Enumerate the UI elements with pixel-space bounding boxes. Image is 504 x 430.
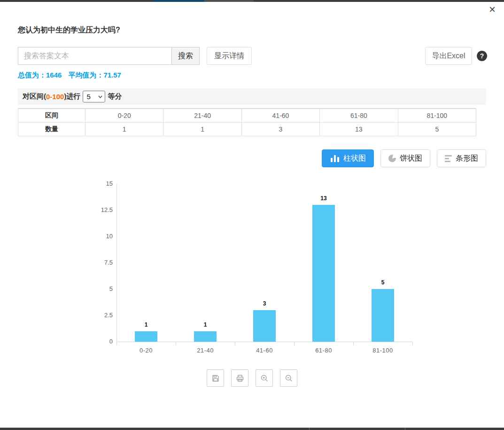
- bottom-edge-separator: [405, 428, 405, 430]
- pie-chart-icon: [388, 155, 396, 162]
- bar-value-label: 1: [176, 321, 235, 328]
- interval-text-prefix: 对区间(: [23, 92, 46, 101]
- close-icon[interactable]: ×: [486, 3, 498, 16]
- count-row: 数量 113135: [18, 123, 476, 136]
- y-tick-label: 7.5: [89, 259, 113, 266]
- top-edge-segment: [153, 0, 204, 2]
- bar: [135, 331, 157, 342]
- x-category-label: 21-40: [176, 347, 235, 354]
- save-button[interactable]: [207, 369, 224, 387]
- bar-value-label: 13: [294, 195, 353, 202]
- y-tick-label: 12.5: [89, 206, 113, 213]
- total-value: 1646: [46, 71, 62, 79]
- chart-type-label: 饼状图: [400, 154, 422, 164]
- x-category-label: 41-60: [235, 347, 294, 354]
- count-cell: 13: [320, 123, 398, 136]
- pie-chart-button[interactable]: 饼状图: [380, 149, 430, 167]
- x-tick-mark: [176, 342, 176, 345]
- x-tick-mark: [294, 342, 295, 345]
- zoom-out-button[interactable]: [280, 369, 297, 387]
- save-icon: [211, 374, 220, 383]
- chart-type-switcher: 柱状图饼状图条形图: [322, 149, 486, 167]
- zoom-in-icon: [260, 374, 269, 383]
- y-tick-label: 0: [89, 338, 113, 345]
- count-cell: 5: [398, 123, 476, 136]
- bar: [372, 289, 394, 342]
- count-row-header: 数量: [18, 123, 85, 136]
- bar-value-label: 3: [235, 300, 294, 307]
- interval-row: 区间 0-2021-4041-6061-8081-100: [18, 109, 476, 123]
- print-button[interactable]: [231, 369, 248, 387]
- average-label: 平均值为：: [68, 71, 103, 79]
- x-axis-line: [116, 342, 413, 342]
- count-cell: 1: [85, 123, 163, 136]
- export-excel-button[interactable]: 导出Excel: [425, 47, 472, 65]
- zoom-in-button[interactable]: [256, 369, 273, 387]
- interval-row-header: 区间: [18, 109, 85, 123]
- y-tick-label: 10: [89, 233, 113, 240]
- x-category-label: 61-80: [294, 347, 353, 354]
- distribution-table: 区间 0-2021-4041-6061-8081-100 数量 113135: [18, 108, 476, 136]
- interval-cell: 41-60: [241, 109, 319, 123]
- interval-cell: 0-20: [85, 109, 163, 123]
- y-tick-label: 15: [89, 180, 113, 187]
- window-top-edge: [0, 0, 504, 2]
- bar: [312, 205, 335, 342]
- chart-toolbar: [0, 369, 504, 387]
- question-title: 您认为初中生的学业压力大吗?: [18, 25, 120, 35]
- count-cell: 1: [163, 123, 241, 136]
- window-bottom-edge: [0, 428, 504, 430]
- interval-cell: 61-80: [320, 109, 398, 123]
- bar: [194, 331, 217, 342]
- x-category-label: 0-20: [116, 347, 176, 354]
- search-input[interactable]: [18, 47, 172, 65]
- x-tick-mark: [353, 342, 354, 345]
- x-tick-mark: [412, 342, 413, 345]
- chart-type-label: 柱状图: [343, 154, 366, 164]
- help-icon[interactable]: ?: [477, 51, 487, 61]
- interval-text-suffix: 等分: [108, 92, 122, 101]
- total-label: 总值为：: [18, 71, 46, 79]
- answer-stats-modal: × 您认为初中生的学业压力大吗? 搜索 显示详情 导出Excel ? 总值为：1…: [0, 0, 504, 430]
- bar-value-label: 5: [353, 279, 412, 286]
- top-edge-segment: [204, 0, 254, 2]
- hbar-chart-icon: [445, 155, 452, 162]
- show-details-button[interactable]: 显示详情: [207, 47, 252, 65]
- interval-cell: 21-40: [163, 109, 241, 123]
- x-tick-mark: [116, 342, 117, 345]
- x-tick-mark: [235, 342, 235, 345]
- bottom-edge-separator: [309, 428, 310, 430]
- chevron-down-icon: [98, 95, 102, 98]
- interval-settings-bar: 对区间(0-100)进行 5 等分: [18, 88, 486, 105]
- chart-type-label: 条形图: [456, 154, 478, 164]
- bar-chart-button[interactable]: 柱状图: [322, 149, 374, 167]
- average-value: 71.57: [103, 71, 121, 79]
- count-cell: 3: [241, 123, 319, 136]
- bar: [253, 310, 276, 342]
- y-tick-label: 2.5: [89, 312, 113, 319]
- summary-stats: 总值为：1646平均值为：71.57: [18, 71, 121, 80]
- interval-cell: 81-100: [398, 109, 476, 123]
- equal-parts-value: 5: [86, 93, 90, 101]
- hbar-chart-button[interactable]: 条形图: [437, 149, 486, 167]
- bar-chart-icon: [330, 155, 340, 162]
- interval-text-middle: )进行: [64, 92, 80, 101]
- print-icon: [235, 374, 245, 383]
- zoom-out-icon: [284, 374, 294, 383]
- search-button[interactable]: 搜索: [171, 47, 200, 65]
- y-axis-line: [116, 184, 117, 342]
- bar-value-label: 1: [116, 321, 176, 328]
- y-tick-label: 5: [89, 285, 113, 292]
- interval-range: 0-100: [46, 93, 64, 101]
- equal-parts-select[interactable]: 5: [83, 91, 105, 102]
- x-category-label: 81-100: [353, 347, 412, 354]
